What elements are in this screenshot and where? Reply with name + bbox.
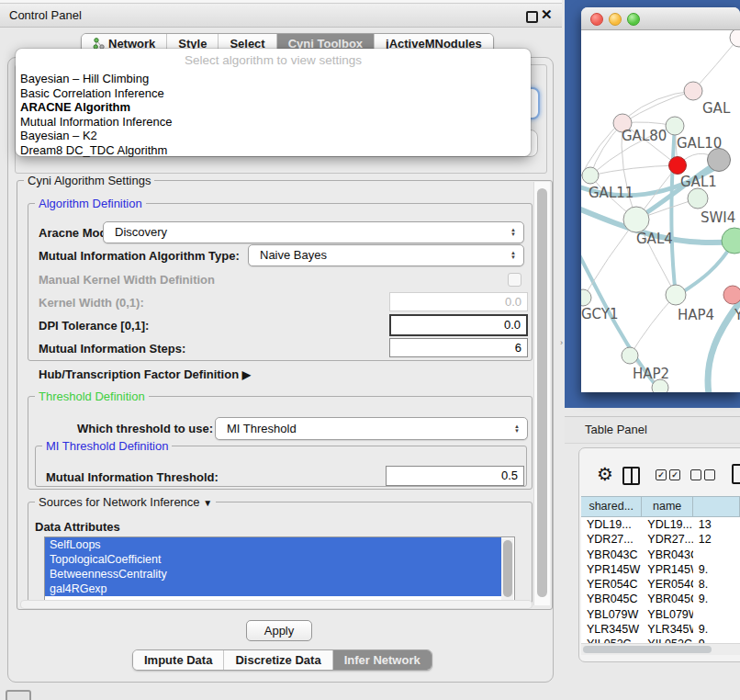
algorithm-option[interactable]: Basic Correlation Inference bbox=[20, 86, 526, 101]
aracne-mode-select[interactable]: Discovery ▲▼ bbox=[103, 221, 524, 243]
table-cell[interactable]: YBR043C bbox=[642, 548, 692, 562]
table-cell[interactable]: 8. bbox=[693, 577, 740, 592]
document-icon[interactable] bbox=[732, 464, 740, 484]
table-row[interactable]: YPR145W YPR145W 9. bbox=[581, 562, 740, 577]
table-cell[interactable]: 9. bbox=[693, 592, 740, 606]
table-row[interactable]: YER054C YER054C 8. bbox=[581, 577, 740, 592]
network-window-titlebar[interactable] bbox=[581, 7, 740, 30]
tab-infer-network[interactable]: Infer Network bbox=[332, 650, 432, 670]
list-scrollbar[interactable] bbox=[501, 538, 513, 601]
hub-definition-toggle[interactable]: Hub/Transcription Factor Definition ▶ bbox=[39, 367, 251, 381]
table-row[interactable]: YBL079W YBL079W bbox=[581, 607, 740, 622]
table-row[interactable]: YLR345W YLR345W 9. bbox=[581, 622, 740, 637]
close-icon[interactable]: ✕ bbox=[541, 6, 553, 23]
table-cell[interactable]: YDR27... bbox=[642, 532, 692, 547]
column-header[interactable]: shared... bbox=[581, 497, 642, 516]
edge[interactable] bbox=[630, 295, 676, 356]
table-cell[interactable]: YDL19... bbox=[581, 517, 642, 532]
column-header[interactable]: name bbox=[642, 497, 692, 516]
dpi-tolerance-input[interactable]: 0.0 bbox=[389, 314, 528, 336]
list-item[interactable]: TopologicalCoefficient bbox=[45, 552, 501, 567]
unchecked-checkbox-icon[interactable] bbox=[704, 469, 715, 480]
algorithm-option[interactable]: Bayesian – K2 bbox=[20, 129, 526, 143]
node-y-pink[interactable] bbox=[723, 286, 740, 304]
node-gal-pink[interactable] bbox=[684, 82, 702, 100]
list-item[interactable]: BetweennessCentrality bbox=[45, 567, 501, 581]
scrollbar-thumb[interactable] bbox=[503, 540, 512, 597]
table-cell[interactable]: 13 bbox=[693, 517, 740, 532]
data-attributes-list[interactable]: SelfLoops TopologicalCoefficient Between… bbox=[44, 536, 515, 604]
checked-checkbox-icon[interactable]: ✓ bbox=[656, 469, 667, 480]
table-cell[interactable]: YBR045C bbox=[581, 592, 642, 606]
table-cell[interactable]: YER054C bbox=[642, 577, 692, 592]
node-gray[interactable] bbox=[708, 149, 731, 172]
settings-horizontal-scrollbar[interactable] bbox=[20, 600, 533, 609]
table-cell[interactable] bbox=[693, 607, 740, 622]
node-big-green[interactable] bbox=[722, 228, 740, 254]
panel-splitter-handle[interactable]: › bbox=[560, 338, 563, 347]
table-horizontal-scrollbar[interactable] bbox=[581, 643, 740, 655]
algorithm-option[interactable]: Mutual Information Inference bbox=[20, 115, 526, 130]
table-cell[interactable]: 9. bbox=[693, 622, 740, 637]
gear-icon[interactable]: ⚙ bbox=[597, 463, 613, 485]
column-header[interactable] bbox=[693, 497, 740, 516]
node-swi4[interactable] bbox=[688, 188, 708, 209]
table-cell[interactable]: YBR045C bbox=[642, 592, 692, 606]
node-gcy1[interactable] bbox=[581, 289, 591, 306]
tab-impute-data[interactable]: Impute Data bbox=[133, 650, 223, 670]
mi-type-select[interactable]: Naive Bayes ▲▼ bbox=[248, 244, 524, 266]
network-canvas[interactable]: GAL GAL80 GAL10 GAL1 GAL11 SWI4 GAL4 GCY… bbox=[581, 30, 740, 392]
edge[interactable] bbox=[583, 220, 636, 298]
edge[interactable] bbox=[693, 38, 739, 91]
unchecked-checkbox-icon[interactable] bbox=[690, 469, 701, 480]
table-cell[interactable]: YDL19... bbox=[642, 517, 692, 532]
table-row[interactable]: YBR045C YBR045C 9. bbox=[581, 592, 740, 606]
table-cell[interactable]: 12 bbox=[693, 532, 740, 547]
zoom-traffic-light[interactable] bbox=[627, 13, 640, 26]
checked-checkbox-icon[interactable]: ✓ bbox=[669, 469, 680, 480]
scrollbar-thumb[interactable] bbox=[583, 646, 712, 653]
node-gal4[interactable] bbox=[623, 207, 649, 232]
edge[interactable] bbox=[622, 91, 693, 123]
scrollbar-thumb[interactable] bbox=[537, 188, 547, 597]
split-view-icon[interactable] bbox=[622, 467, 640, 485]
table-cell[interactable]: YPR145W bbox=[642, 562, 692, 577]
table-cell[interactable]: YBL079W bbox=[581, 607, 642, 622]
settings-vertical-scrollbar[interactable] bbox=[533, 182, 550, 605]
algorithm-option[interactable]: Dream8 DC_TDC Algorithm bbox=[20, 143, 526, 158]
table-cell[interactable]: YLR345W bbox=[581, 622, 642, 637]
table-row[interactable]: YBR043C YBR043C bbox=[581, 548, 740, 562]
table-cell[interactable]: YLR345W bbox=[642, 622, 692, 637]
mi-threshold-input[interactable]: 0.5 bbox=[386, 466, 524, 486]
close-traffic-light[interactable] bbox=[590, 13, 603, 26]
node-hap2[interactable] bbox=[622, 347, 638, 364]
node-gal11[interactable] bbox=[582, 167, 599, 184]
table-cell[interactable]: YDR27... bbox=[581, 532, 642, 547]
table-row[interactable]: YDL19... YDL19... 13 bbox=[581, 517, 740, 532]
node-hap4[interactable] bbox=[666, 285, 686, 305]
kernel-width-input[interactable]: 0.0 bbox=[389, 292, 528, 311]
edge[interactable] bbox=[671, 126, 676, 295]
node-partial-top[interactable] bbox=[730, 30, 740, 47]
which-threshold-select[interactable]: MI Threshold ▲▼ bbox=[215, 417, 528, 440]
list-item[interactable]: SelfLoops bbox=[45, 537, 501, 552]
node-gal1-selected[interactable] bbox=[669, 157, 687, 175]
table-cell[interactable]: YPR145W bbox=[581, 562, 642, 577]
table-cell[interactable]: YER054C bbox=[581, 577, 642, 592]
manual-kernel-checkbox[interactable] bbox=[508, 273, 521, 287]
minimized-panel-icon[interactable] bbox=[6, 690, 31, 700]
table-row[interactable]: YDR27... YDR27... 12 bbox=[581, 532, 740, 547]
list-item[interactable]: gal4RGexp bbox=[45, 581, 501, 596]
table-cell[interactable]: 9. bbox=[693, 562, 740, 577]
table-cell[interactable]: YBR043C bbox=[581, 548, 642, 562]
algorithm-option[interactable]: Bayesian – Hill Climbing bbox=[20, 72, 526, 86]
minimize-traffic-light[interactable] bbox=[609, 13, 622, 26]
node-gal10[interactable] bbox=[666, 117, 684, 135]
table-cell[interactable]: YBL079W bbox=[642, 607, 692, 622]
float-window-icon[interactable] bbox=[526, 11, 538, 23]
tab-discretize-data[interactable]: Discretize Data bbox=[223, 650, 331, 670]
sources-group-title[interactable]: Sources for Network Inference ▼ bbox=[35, 495, 216, 509]
apply-button[interactable]: Apply bbox=[246, 620, 312, 641]
algorithm-option-selected[interactable]: ARACNE Algorithm bbox=[20, 100, 526, 115]
edge[interactable] bbox=[590, 165, 678, 175]
